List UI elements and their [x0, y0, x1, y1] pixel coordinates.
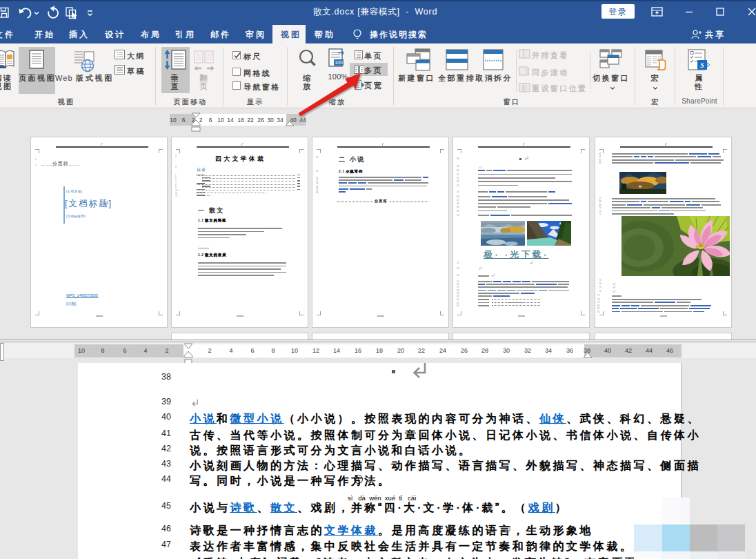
svg-text:S: S [700, 61, 704, 69]
svg-text:100: 100 [335, 60, 343, 65]
